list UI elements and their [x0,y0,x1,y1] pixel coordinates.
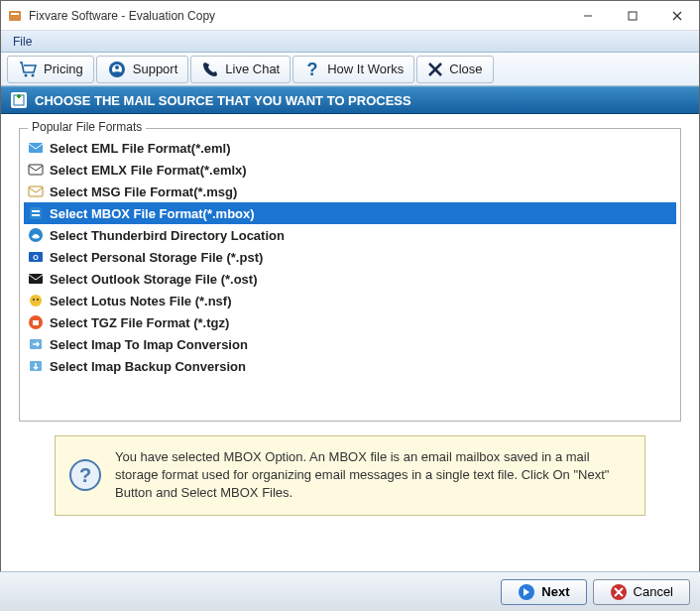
format-item-eml[interactable]: Select EML File Format(*.eml) [24,137,676,159]
close-label: Close [449,61,482,76]
cancel-x-icon [610,583,628,601]
format-item-tgz[interactable]: Select TGZ File Format (*.tgz) [24,311,676,333]
thunderbird-icon [28,227,44,243]
toolbar-close-button[interactable]: Close [416,56,493,83]
headset-icon [107,61,127,78]
support-button[interactable]: Support [96,56,189,83]
pst-icon: O [28,249,44,265]
cancel-label: Cancel [634,584,673,599]
section-header: CHOOSE THE MAIL SOURCE THAT YOU WANT TO … [1,86,699,114]
info-panel: ? You have selected MBOX Option. An MBOX… [55,435,645,516]
mbox-icon [28,205,44,221]
svg-text:O: O [33,254,39,261]
next-button[interactable]: Next [501,579,586,605]
minimize-button[interactable] [565,1,610,31]
emlx-icon [28,162,44,178]
format-item-pst[interactable]: OSelect Personal Storage File (*.pst) [24,246,676,268]
formats-fieldset: Popular File Formats Select EML File For… [19,128,681,422]
svg-rect-1 [11,13,19,15]
eml-icon [28,140,44,156]
menubar: File [1,31,699,53]
info-text: You have selected MBOX Option. An MBOX f… [115,448,631,503]
phone-icon [201,61,219,78]
format-label: Select Thunderbird Directory Location [50,228,285,243]
format-label: Select Outlook Storage File (*.ost) [50,272,257,287]
svg-rect-31 [33,320,39,325]
close-icon [427,61,443,77]
next-label: Next [541,584,569,599]
titlebar-left: Fixvare Software - Evaluation Copy [1,8,215,24]
formats-legend: Popular File Formats [28,120,146,134]
how-it-works-button[interactable]: ? How It Works [292,56,414,83]
cancel-button[interactable]: Cancel [593,579,690,605]
format-item-mbox[interactable]: Select MBOX File Format(*.mbox) [24,202,676,224]
toolbar: Pricing Support Live Chat ? How It Works… [1,53,699,86]
footer: Next Cancel [0,571,700,611]
info-icon: ? [69,459,101,491]
svg-rect-17 [29,143,43,153]
section-title: CHOOSE THE MAIL SOURCE THAT YOU WANT TO … [35,93,411,108]
section-header-icon [11,92,27,108]
live-chat-button[interactable]: Live Chat [190,56,291,83]
format-label: Select MBOX File Format(*.mbox) [50,206,255,221]
svg-rect-22 [32,214,40,216]
format-item-thunderbird[interactable]: Select Thunderbird Directory Location [24,224,676,246]
imap-backup-icon [28,358,44,374]
cart-icon [18,61,38,78]
format-label: Select Personal Storage File (*.pst) [50,250,263,265]
format-item-imap[interactable]: Select Imap To Imap Conversion [24,333,676,355]
window-title: Fixvare Software - Evaluation Copy [29,9,215,23]
format-item-imap-backup[interactable]: Select Imap Backup Conversion [24,355,676,377]
svg-text:?: ? [307,61,318,78]
live-chat-label: Live Chat [225,61,280,76]
svg-rect-20 [30,207,42,219]
format-item-ost[interactable]: Select Outlook Storage File (*.ost) [24,268,676,290]
svg-point-10 [115,65,119,69]
svg-rect-26 [29,274,43,284]
nsf-icon [28,293,44,308]
svg-rect-3 [629,12,637,20]
question-icon: ? [303,61,321,78]
imap-icon [28,336,44,352]
pricing-button[interactable]: Pricing [7,56,94,83]
format-label: Select Imap Backup Conversion [50,359,246,374]
format-label: Select MSG File Format(*.msg) [50,184,237,199]
svg-point-27 [30,295,42,306]
next-arrow-icon [518,583,535,601]
window-controls [565,1,699,31]
how-it-works-label: How It Works [327,61,404,76]
svg-rect-21 [32,210,40,212]
format-item-nsf[interactable]: Select Lotus Notes File (*.nsf) [24,290,676,311]
ost-icon [28,271,44,287]
format-label: Select Imap To Imap Conversion [50,337,248,352]
svg-point-7 [32,73,35,76]
titlebar: Fixvare Software - Evaluation Copy [1,1,699,31]
format-item-msg[interactable]: Select MSG File Format(*.msg) [24,181,676,202]
format-label: Select EMLX File Format(*.emlx) [50,163,247,178]
tgz-icon [28,314,44,330]
support-label: Support [133,61,178,76]
svg-rect-19 [29,186,43,196]
format-label: Select EML File Format(*.eml) [50,141,231,156]
format-label: Select Lotus Notes File (*.nsf) [50,294,231,308]
close-button[interactable] [654,1,699,31]
format-item-emlx[interactable]: Select EMLX File Format(*.emlx) [24,159,676,181]
formats-list: Select EML File Format(*.eml)Select EMLX… [24,137,676,377]
menu-file[interactable]: File [5,33,40,51]
pricing-label: Pricing [44,61,83,76]
format-label: Select TGZ File Format (*.tgz) [50,315,229,330]
maximize-button[interactable] [610,1,654,31]
body-area: Popular File Formats Select EML File For… [1,114,699,524]
svg-point-28 [33,299,35,301]
svg-rect-18 [29,165,43,175]
svg-point-29 [37,299,39,301]
svg-point-6 [25,73,28,76]
svg-rect-0 [9,11,21,21]
app-icon [7,8,23,24]
msg-icon [28,183,44,199]
